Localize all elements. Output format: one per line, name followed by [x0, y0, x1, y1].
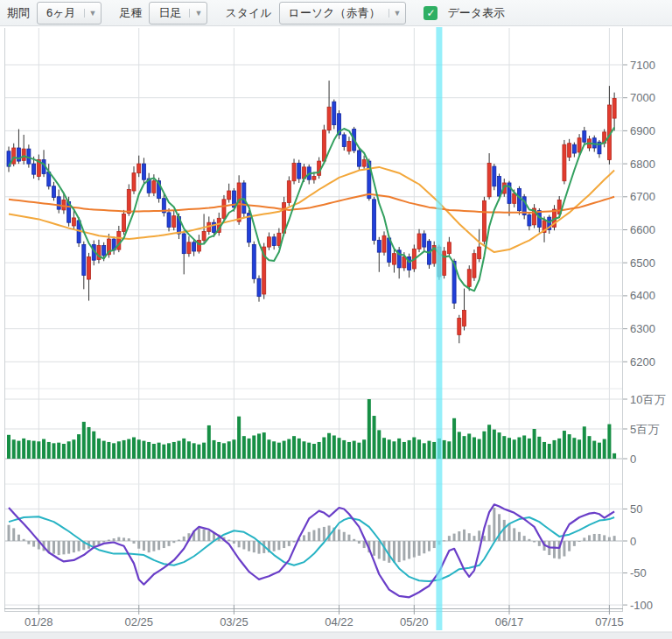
style-select-value: ローソク（赤青） [289, 5, 381, 21]
svg-text:10百万: 10百万 [630, 393, 665, 406]
chevron-down-icon[interactable] [189, 9, 206, 18]
svg-text:06/17: 06/17 [495, 615, 524, 628]
svg-text:6200: 6200 [630, 355, 655, 369]
data-display-checkbox[interactable] [424, 6, 438, 20]
svg-text:6700: 6700 [630, 190, 655, 203]
bartype-select[interactable]: 日足 [149, 2, 207, 25]
svg-text:6500: 6500 [630, 256, 655, 270]
style-select[interactable]: ローソク（赤青） [279, 2, 407, 25]
svg-text:6400: 6400 [630, 289, 655, 302]
svg-text:-100: -100 [630, 599, 653, 612]
footer-strip [0, 632, 672, 639]
period-select-value: 6ヶ月 [46, 5, 76, 21]
svg-text:04/22: 04/22 [325, 615, 354, 628]
bartype-label: 足種 [119, 5, 142, 21]
toolbar: 期間 6ヶ月 足種 日足 スタイル ローソク（赤青） データ表示 [0, 0, 672, 26]
svg-text:6900: 6900 [630, 124, 655, 137]
style-label: スタイル [225, 5, 271, 21]
svg-text:7100: 7100 [630, 59, 655, 72]
svg-text:03/25: 03/25 [220, 615, 248, 628]
bartype-select-value: 日足 [158, 5, 181, 21]
crosshair-line[interactable] [436, 27, 442, 630]
svg-text:0: 0 [630, 453, 636, 466]
period-label: 期間 [7, 5, 30, 21]
svg-text:50: 50 [630, 502, 642, 516]
svg-text:02/25: 02/25 [124, 615, 153, 628]
svg-text:6300: 6300 [630, 322, 655, 335]
svg-text:6800: 6800 [630, 158, 655, 171]
svg-text:0: 0 [630, 535, 636, 548]
svg-text:07/15: 07/15 [595, 615, 624, 628]
chevron-down-icon[interactable] [84, 9, 102, 18]
svg-text:01/28: 01/28 [24, 615, 53, 628]
data-display-label: データ表示 [447, 5, 505, 21]
svg-text:05/20: 05/20 [400, 615, 429, 628]
chevron-down-icon[interactable] [388, 9, 406, 18]
svg-text:6600: 6600 [630, 223, 655, 236]
svg-text:-50: -50 [630, 566, 647, 579]
stock-chart[interactable]: 7100700069006800670066006500640063006200… [0, 26, 672, 639]
svg-text:7000: 7000 [630, 91, 655, 104]
svg-text:5百万: 5百万 [630, 423, 659, 436]
period-select[interactable]: 6ヶ月 [37, 2, 102, 25]
